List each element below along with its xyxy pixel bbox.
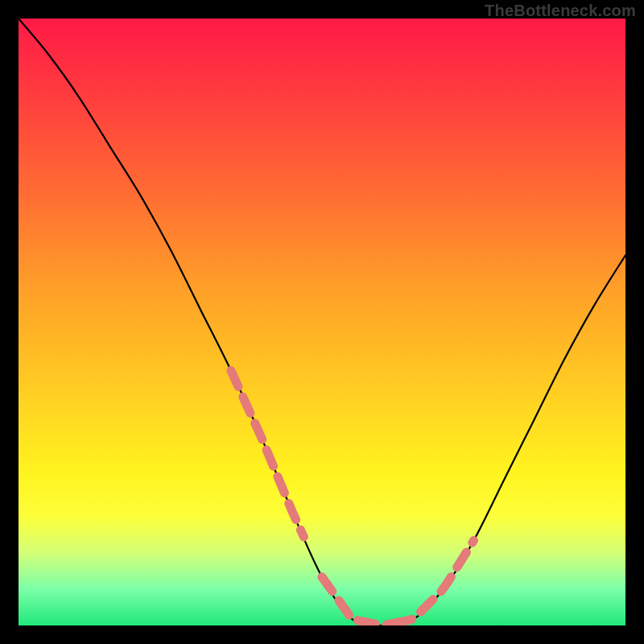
curve-line: [19, 19, 625, 625]
highlight-left: [231, 370, 303, 537]
chart-frame: TheBottleneck.com: [0, 0, 644, 644]
watermark: TheBottleneck.com: [485, 2, 636, 20]
highlight-right: [394, 540, 473, 623]
highlight-floor: [322, 577, 394, 625]
bottleneck-curve: [19, 19, 625, 625]
plot-area: [19, 19, 625, 625]
